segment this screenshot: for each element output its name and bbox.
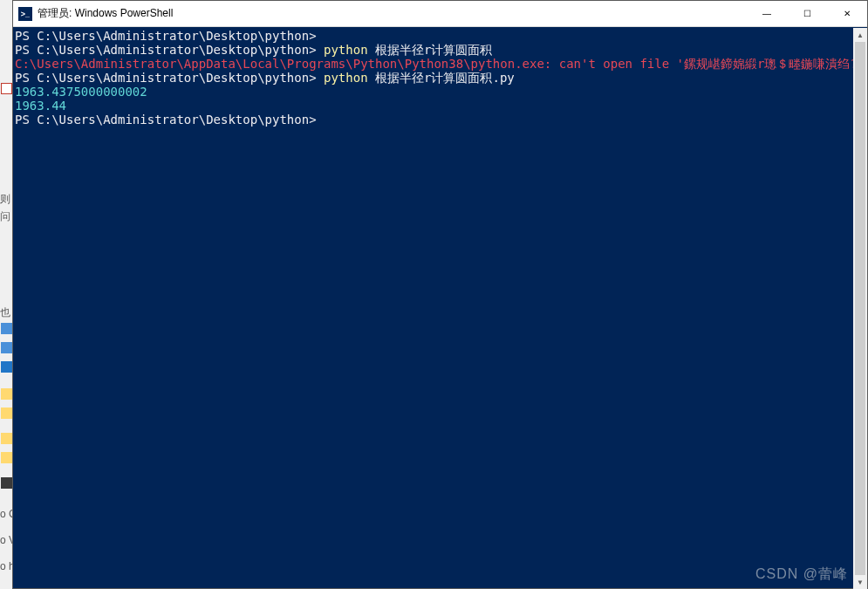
scroll-thumb[interactable] [855, 42, 865, 575]
bg-icon [1, 83, 12, 94]
watermark: CSDN @蕾峰 [755, 567, 848, 581]
prompt: PS C:\Users\Administrator\Desktop\python… [15, 71, 317, 85]
window-title: 管理员: Windows PowerShell [38, 6, 747, 21]
command: python [324, 71, 368, 85]
command-arg: 根据半径r计算圆面积 [368, 43, 493, 57]
terminal-area[interactable]: PS C:\Users\Administrator\Desktop\python… [13, 27, 867, 588]
bg-text: 则 [0, 192, 10, 207]
folder-icon [1, 452, 12, 463]
folder-icon [1, 408, 12, 419]
maximize-button[interactable]: ☐ [787, 1, 827, 26]
error-output: C:\Users\Administrator\AppData\Local\Pro… [15, 57, 867, 71]
prompt: PS C:\Users\Administrator\Desktop\python… [15, 29, 317, 43]
bg-text: 问 [0, 209, 10, 224]
prompt: PS C:\Users\Administrator\Desktop\python… [15, 43, 317, 57]
folder-icon [1, 323, 12, 334]
output-line: 1963.4375000000002 [15, 85, 147, 99]
minimize-button[interactable]: — [747, 1, 787, 26]
titlebar[interactable]: >_ 管理员: Windows PowerShell — ☐ ✕ [13, 1, 867, 27]
scroll-track[interactable] [853, 42, 867, 575]
folder-icon [1, 342, 12, 353]
command: python [324, 43, 368, 57]
command-arg: 根据半径r计算圆面积.py [368, 71, 515, 85]
folder-icon [1, 433, 12, 444]
close-button[interactable]: ✕ [827, 1, 867, 26]
vertical-scrollbar[interactable]: ▲ ▼ [853, 28, 867, 589]
powershell-icon: >_ [18, 7, 32, 21]
window-controls: — ☐ ✕ [747, 1, 867, 26]
disk-icon [1, 477, 12, 489]
scroll-up-arrow[interactable]: ▲ [853, 28, 867, 42]
powershell-window: >_ 管理员: Windows PowerShell — ☐ ✕ PS C:\U… [12, 0, 868, 589]
output-line: 1963.44 [15, 99, 66, 113]
prompt: PS C:\Users\Administrator\Desktop\python… [15, 113, 317, 127]
folder-icon [1, 388, 12, 400]
arrow-icon [1, 361, 12, 373]
bg-text: 也 [0, 305, 10, 320]
scroll-down-arrow[interactable]: ▼ [853, 575, 867, 589]
